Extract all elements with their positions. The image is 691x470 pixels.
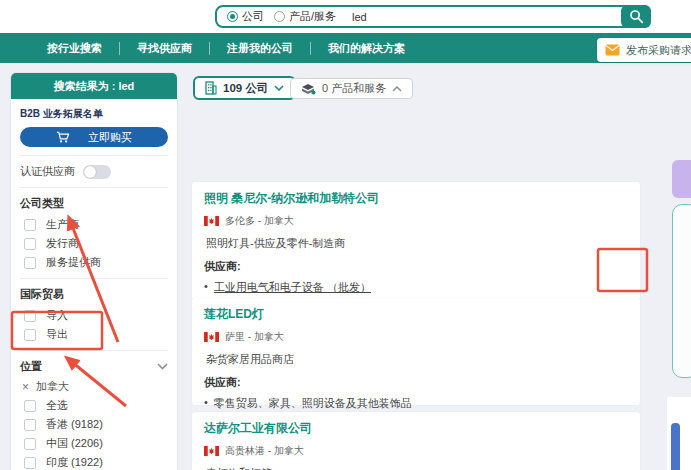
radio-company[interactable] bbox=[227, 11, 238, 22]
bullet: • bbox=[204, 280, 208, 295]
company-location: 多伦多 - 加拿大 bbox=[225, 214, 294, 228]
supplier-label: 供应商: bbox=[204, 259, 628, 274]
company-location: 萨里 - 加拿大 bbox=[225, 330, 284, 344]
company-card: 莲花LED灯 萨里 - 加拿大 杂货家居用品商店 供应商: • 零售贸易、家具、… bbox=[192, 298, 640, 405]
chevron-up-icon bbox=[392, 86, 402, 92]
chevron-down-icon[interactable] bbox=[157, 363, 168, 370]
publish-request-label: 发布采购请求 bbox=[626, 43, 691, 58]
checkbox-select-all[interactable]: 全选 bbox=[11, 394, 177, 413]
checkbox-export[interactable]: 导出 bbox=[11, 323, 177, 342]
supply-category[interactable]: 零售贸易、家具、照明设备及其他装饰品 bbox=[214, 396, 412, 411]
location-section-title[interactable]: 位置 bbox=[11, 351, 177, 376]
radio-product-service-label[interactable]: 产品/服务 bbox=[289, 9, 336, 24]
canada-flag-icon bbox=[204, 446, 219, 456]
company-name-link[interactable]: 莲花LED灯 bbox=[204, 306, 628, 323]
checkbox-china[interactable]: 中国 (2206) bbox=[11, 432, 177, 451]
products-tab-label: 0 产品和服务 bbox=[322, 81, 386, 96]
companies-tab[interactable]: 109 公司 bbox=[193, 76, 296, 100]
checkbox[interactable] bbox=[24, 219, 36, 231]
publish-request-button[interactable]: 发布采购请求 bbox=[597, 38, 691, 62]
company-name-link[interactable]: 照明 桑尼尔-纳尔逊和加勒特公司 bbox=[204, 190, 628, 207]
search-button[interactable] bbox=[621, 5, 651, 28]
canada-flag-icon bbox=[204, 216, 219, 226]
search-icon bbox=[629, 9, 644, 24]
radio-company-label[interactable]: 公司 bbox=[242, 9, 264, 24]
checkbox[interactable] bbox=[24, 329, 36, 341]
company-category: 电灯泡和灯管 bbox=[204, 466, 628, 470]
trade-section-title: 国际贸易 bbox=[11, 279, 177, 304]
nav-register-company[interactable]: 注册我的公司 bbox=[210, 41, 310, 56]
companies-tab-label: 109 公司 bbox=[223, 81, 268, 96]
verified-supplier-label: 认证供应商 bbox=[20, 164, 75, 179]
checkbox[interactable] bbox=[24, 400, 36, 412]
nav-search-by-industry[interactable]: 按行业搜索 bbox=[30, 41, 119, 56]
nav-find-suppliers[interactable]: 寻找供应商 bbox=[120, 41, 209, 56]
products-tab[interactable]: 0 产品和服务 bbox=[290, 78, 413, 99]
b2b-list-label: B2B 业务拓展名单 bbox=[20, 107, 168, 121]
selected-location-label: 加拿大 bbox=[36, 379, 69, 394]
main-nav: 按行业搜索 寻找供应商 注册我的公司 我们的解决方案 发布采购请求 bbox=[0, 33, 691, 63]
verified-supplier-toggle[interactable] bbox=[83, 165, 111, 179]
checkbox[interactable] bbox=[24, 310, 36, 322]
envelope-icon bbox=[605, 44, 620, 56]
scrollbar-thumb[interactable] bbox=[671, 423, 680, 470]
filter-sidebar: 搜索结果为 : led B2B 业务拓展名单 立即购买 认证供应商 公司类型 bbox=[10, 72, 178, 470]
radio-product-service[interactable] bbox=[274, 11, 285, 22]
checkbox-distributor[interactable]: 发行商 bbox=[11, 232, 177, 251]
top-bar: 公司 产品/服务 bbox=[0, 0, 691, 33]
b2b-search-page: 公司 产品/服务 按行业搜索 寻找供应商 注册我的公司 我们的解决方案 发 bbox=[0, 0, 691, 470]
company-category: 照明灯具-供应及零件-制造商 bbox=[204, 236, 628, 251]
checkbox[interactable] bbox=[24, 419, 36, 431]
bullet: • bbox=[204, 396, 208, 411]
buy-now-label: 立即购买 bbox=[88, 130, 132, 145]
search-results-header: 搜索结果为 : led bbox=[11, 73, 177, 99]
nav-our-solutions[interactable]: 我们的解决方案 bbox=[311, 41, 422, 56]
canada-flag-icon bbox=[204, 332, 219, 342]
building-icon bbox=[205, 81, 217, 95]
buy-now-button[interactable]: 立即购买 bbox=[20, 127, 168, 147]
checkbox[interactable] bbox=[24, 457, 36, 469]
selected-location-canada: × 加拿大 bbox=[11, 376, 177, 394]
company-category: 杂货家居用品商店 bbox=[204, 352, 628, 367]
checkbox[interactable] bbox=[24, 238, 36, 250]
search-bar: 公司 产品/服务 bbox=[215, 5, 651, 28]
search-input[interactable] bbox=[352, 11, 649, 23]
side-widget-tab[interactable] bbox=[672, 160, 691, 198]
chevron-down-icon bbox=[274, 85, 284, 91]
checkbox-manufacturer[interactable]: 生产商 bbox=[11, 213, 177, 232]
company-name-link[interactable]: 达萨尔工业有限公司 bbox=[204, 420, 628, 437]
checkbox-india[interactable]: 印度 (1922) bbox=[11, 451, 177, 470]
remove-filter-icon[interactable]: × bbox=[22, 380, 29, 394]
checkbox-hongkong[interactable]: 香港 (9182) bbox=[11, 413, 177, 432]
checkbox[interactable] bbox=[24, 438, 36, 450]
chat-widget[interactable] bbox=[672, 204, 691, 378]
supplier-label: 供应商: bbox=[204, 375, 628, 390]
cart-icon bbox=[56, 131, 70, 144]
company-type-section-title: 公司类型 bbox=[11, 188, 177, 213]
checkbox-service-provider[interactable]: 服务提供商 bbox=[11, 251, 177, 270]
company-location: 高贵林港 - 加拿大 bbox=[225, 444, 304, 458]
products-icon bbox=[301, 83, 316, 95]
checkbox[interactable] bbox=[24, 257, 36, 269]
checkbox-import[interactable]: 导入 bbox=[11, 304, 177, 323]
supply-category-link[interactable]: 工业用电气和电子设备 （批发） bbox=[214, 280, 371, 295]
company-card: 照明 桑尼尔-纳尔逊和加勒特公司 多伦多 - 加拿大 照明灯具-供应及零件-制造… bbox=[192, 182, 640, 300]
company-card: 达萨尔工业有限公司 高贵林港 - 加拿大 电灯泡和灯管 bbox=[192, 412, 640, 470]
